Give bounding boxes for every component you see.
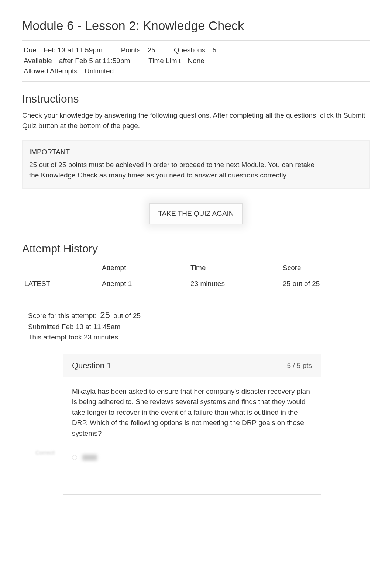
instructions-heading: Instructions (22, 93, 370, 105)
question-title: Question 1 (72, 361, 111, 370)
page-title: Module 6 - Lesson 2: Knowledge Check (22, 18, 370, 33)
col-time-header: Time (188, 260, 281, 276)
meta-due-value: Feb 13 at 11:59pm (44, 46, 103, 54)
cell-attempt[interactable]: Attempt 1 (100, 276, 188, 292)
meta-points: Points 25 (121, 45, 155, 56)
score-line: Score for this attempt: 25 out of 25 (28, 308, 364, 322)
attempt-history-heading: Attempt History (22, 242, 370, 255)
question-points: 5 / 5 pts (287, 362, 312, 370)
col-score-header: Score (281, 260, 370, 276)
table-row[interactable]: LATEST Attempt 1 23 minutes 25 out of 25 (22, 276, 370, 292)
important-title: IMPORTANT! (29, 148, 363, 156)
instructions-body: Check your knowledge by answering the fo… (22, 110, 370, 131)
meta-available-value: after Feb 5 at 11:59pm (59, 57, 130, 65)
meta-available: Available after Feb 5 at 11:59pm (24, 56, 130, 66)
cell-time: 23 minutes (188, 276, 281, 292)
meta-timelimit-value: None (188, 57, 204, 65)
important-box: IMPORTANT! 25 out of 25 points must be a… (22, 140, 370, 189)
meta-points-value: 25 (148, 46, 155, 54)
meta-due-label: Due (24, 46, 37, 54)
score-summary: Score for this attempt: 25 out of 25 Sub… (22, 303, 370, 343)
meta-questions-label: Questions (174, 46, 206, 54)
attempt-history-table: Attempt Time Score LATEST Attempt 1 23 m… (22, 260, 370, 292)
duration-line: This attempt took 23 minutes. (28, 332, 364, 343)
meta-timelimit: Time Limit None (148, 56, 204, 66)
cell-status: LATEST (22, 276, 100, 292)
table-header-row: Attempt Time Score (22, 260, 370, 276)
answer-option (72, 450, 312, 465)
cell-score: 25 out of 25 (281, 276, 370, 292)
correct-indicator: Correct! (35, 449, 55, 456)
quiz-meta-bar: Due Feb 13 at 11:59pm Points 25 Question… (22, 40, 370, 82)
meta-due: Due Feb 13 at 11:59pm (24, 45, 103, 56)
meta-attempts-value: Unlimited (85, 67, 114, 75)
question-body: Mikayla has been asked to ensure that he… (63, 377, 321, 446)
question-card: Question 1 5 / 5 pts Mikayla has been as… (63, 354, 321, 495)
score-number: 25 (100, 310, 110, 320)
question-header: Question 1 5 / 5 pts (63, 354, 321, 377)
col-status-header (22, 260, 100, 276)
meta-questions: Questions 5 (174, 45, 216, 56)
meta-points-label: Points (121, 46, 141, 54)
meta-questions-value: 5 (213, 46, 217, 54)
answer-area: Correct! (63, 446, 321, 494)
score-label: Score for this attempt: (28, 312, 97, 320)
meta-timelimit-label: Time Limit (148, 57, 180, 65)
submitted-line: Submitted Feb 13 at 11:45am (28, 322, 364, 332)
meta-available-label: Available (24, 57, 52, 65)
col-attempt-header: Attempt (100, 260, 188, 276)
score-suffix: out of 25 (113, 312, 141, 320)
answer-text-hidden (82, 455, 97, 461)
radio-icon (72, 455, 77, 460)
meta-attempts: Allowed Attempts Unlimited (24, 66, 114, 77)
meta-attempts-label: Allowed Attempts (24, 67, 78, 75)
take-quiz-again-button[interactable]: TAKE THE QUIZ AGAIN (149, 203, 242, 224)
important-body: 25 out of 25 points must be achieved in … (29, 160, 317, 181)
